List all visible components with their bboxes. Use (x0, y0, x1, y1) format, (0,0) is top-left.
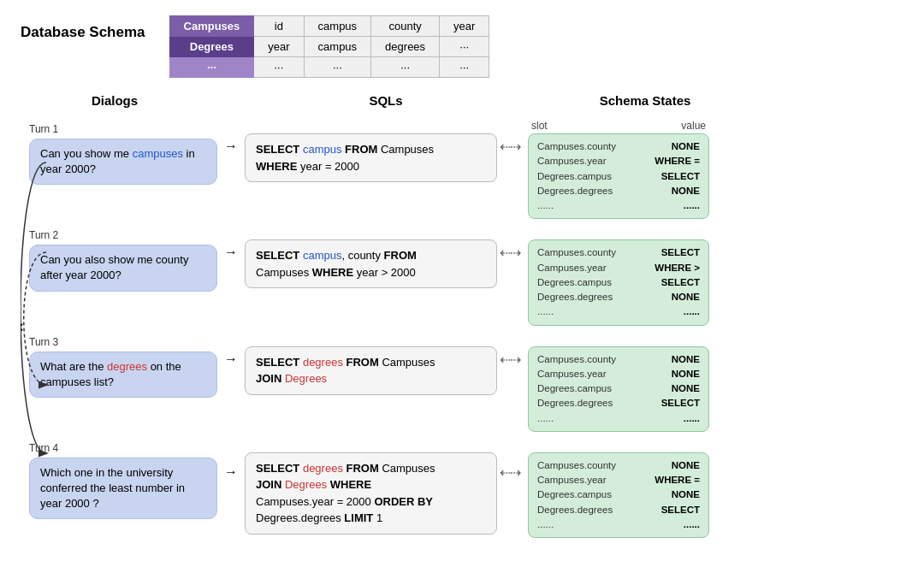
table-name-dots: ··· (169, 57, 254, 78)
turn1-dashed-arrow: ⇠ ⇢ (497, 139, 521, 155)
turn1-sql-kw1: SELECT (256, 143, 303, 156)
turn3-sql-box: SELECT degrees FROM CampusesJOIN Degrees (245, 346, 497, 395)
t2-campus: campus (303, 249, 342, 262)
turn1-arrow: → (217, 139, 245, 154)
col-dots: ··· (440, 37, 489, 57)
t1-s4: Degrees.degreesNONE (537, 184, 700, 198)
turn4-dashed-arrow: ⇠ ⇢ (497, 464, 521, 481)
t4-kw6: LIMIT (344, 511, 373, 524)
turn2-row: Turn 2 Can you also show me county after… (21, 226, 903, 327)
turn4-row: Turn 4 Which one in the university confe… (21, 439, 903, 540)
t4-join: Degrees (285, 478, 327, 491)
turn3-label: Turn 3 (29, 336, 217, 348)
t3-s5: ............ (537, 411, 700, 426)
table-name-degrees: Degrees (169, 37, 254, 57)
turn1-sql-kw2: FROM (341, 143, 377, 156)
col-d3: ··· (371, 57, 440, 78)
turn2-arrow: → (217, 245, 245, 260)
schema-section: Database Schema Campuses id campus count… (21, 15, 903, 78)
t4-orderby: Degrees.degrees (256, 511, 344, 524)
t4-s2: Campuses.yearWHERE = (537, 473, 700, 487)
t3-s3: Degrees.campusNONE (537, 381, 700, 396)
t4-kw2: FROM (343, 462, 379, 475)
t1-s1: Campuses.countyNONE (537, 139, 700, 154)
t4-kw4: WHERE (327, 478, 371, 491)
turn3-dialog-col: Turn 3 What are the degrees on the campu… (29, 333, 217, 399)
main-container: Database Schema Campuses id campus count… (0, 0, 924, 553)
turn4-dialog-col: Turn 4 Which one in the university confe… (29, 439, 217, 522)
turn2-state-col: Campuses.countySELECT Campuses.yearWHERE… (521, 226, 709, 327)
t3-from: Campuses (379, 356, 435, 369)
col-year: year (440, 16, 489, 37)
col-campus2: campus (304, 37, 371, 57)
t3-kw1: SELECT (256, 356, 303, 369)
turn1-sql-kw3: WHERE (256, 160, 297, 173)
turn3-state-col: Campuses.countyNONE Campuses.yearNONE De… (521, 333, 709, 434)
turn4-sql-box: SELECT degrees FROM CampusesJOIN Degrees… (245, 452, 497, 535)
turn4-label: Turn 4 (29, 442, 217, 454)
turn3-dashed-arrow: ⇠ ⇢ (497, 351, 521, 368)
t4-degrees: degrees (303, 462, 343, 475)
turn4-arrow: → (217, 464, 245, 480)
turn1-label: Turn 1 (29, 123, 217, 135)
schema-states-header: Schema States (534, 93, 739, 108)
t3-s1: Campuses.countyNONE (537, 352, 700, 367)
dialogs-header: Dialogs (21, 93, 209, 108)
turn1-dialog-col: Turn 1 Can you show me campuses in year … (29, 120, 217, 186)
t2-kw2: FROM (384, 249, 417, 262)
turn2-bubble: Can you also show me county after year 2… (29, 245, 217, 291)
t2-s1: Campuses.countySELECT (537, 245, 700, 260)
turn1-state-header: slot value (528, 120, 709, 132)
col-d2: ··· (304, 57, 371, 78)
t1-s3: Degrees.campusSELECT (537, 169, 700, 184)
t3-join: Degrees (285, 372, 327, 385)
turn4-bubble: Which one in the university conferred th… (29, 458, 217, 520)
sqls-header: SQLs (236, 93, 510, 108)
t3-kw3: JOIN (256, 372, 285, 385)
turn1-sql-col: SELECT campus FROM CampusesWHERE year = … (245, 120, 497, 184)
turn4-sql-col: SELECT degrees FROM CampusesJOIN Degrees… (245, 439, 497, 536)
slot-header-t1: slot (531, 120, 548, 132)
turn3-state-box: Campuses.countyNONE Campuses.yearNONE De… (528, 346, 709, 432)
t2-kw1: SELECT (256, 249, 303, 262)
t2-s5: ............ (537, 304, 700, 319)
turn1-sql-from: Campuses (377, 143, 434, 156)
turn2-state-box: Campuses.countySELECT Campuses.yearWHERE… (528, 239, 709, 325)
t4-s3: Degrees.campusNONE (537, 487, 700, 502)
t4-s1: Campuses.countyNONE (537, 458, 700, 473)
col-d1: ··· (254, 57, 304, 78)
turn4-state-col: Campuses.countyNONE Campuses.yearWHERE =… (521, 439, 709, 540)
turn1-highlight: campuses (133, 147, 183, 160)
col-year2: year (254, 37, 304, 57)
turn3-row: Turn 3 What are the degrees on the campu… (21, 333, 903, 434)
t4-where1: Campuses.year = 2000 (256, 495, 374, 508)
t4-kw3: JOIN (256, 478, 285, 491)
col-county: county (371, 16, 440, 37)
t4-kw5: ORDER BY (374, 495, 433, 508)
t2-s2: Campuses.yearWHERE > (537, 261, 700, 275)
col-d4: ··· (440, 57, 489, 78)
turn1-state-box: Campuses.countyNONE Campuses.yearWHERE =… (528, 133, 709, 219)
col-campus: campus (304, 16, 371, 37)
turn1-state-col: slot value Campuses.countyNONE Campuses.… (521, 120, 709, 221)
turn2-dialog-col: Turn 2 Can you also show me county after… (29, 226, 217, 292)
turn3-arrow: → (217, 351, 245, 367)
t4-s5: ............ (537, 517, 700, 532)
turn1-sql-campus: campus (303, 143, 342, 156)
t2-s3: Degrees.campusSELECT (537, 275, 700, 290)
t3-degrees: degrees (303, 356, 343, 369)
turn3-bubble: What are the degrees on the campuses lis… (29, 351, 217, 398)
t2-comma: , county (341, 249, 383, 262)
turn2-sql-col: SELECT campus, county FROMCampuses WHERE… (245, 226, 497, 290)
turns-area: ✕ Turn 1 Can you show me campuses in yea… (21, 120, 903, 540)
turn3-highlight: degrees (107, 360, 147, 373)
t4-from: Campuses (379, 462, 435, 475)
t1-s2: Campuses.yearWHERE = (537, 154, 700, 168)
t1-s5: ............ (537, 198, 700, 213)
table-name-campuses: Campuses (169, 16, 254, 37)
turn2-label: Turn 2 (29, 229, 217, 241)
turn1-sql-where: year = 2000 (297, 160, 359, 173)
col-degrees: degrees (371, 37, 440, 57)
t2-from: Campuses (256, 266, 312, 279)
turn1-bubble: Can you show me campuses in year 2000? (29, 139, 217, 185)
